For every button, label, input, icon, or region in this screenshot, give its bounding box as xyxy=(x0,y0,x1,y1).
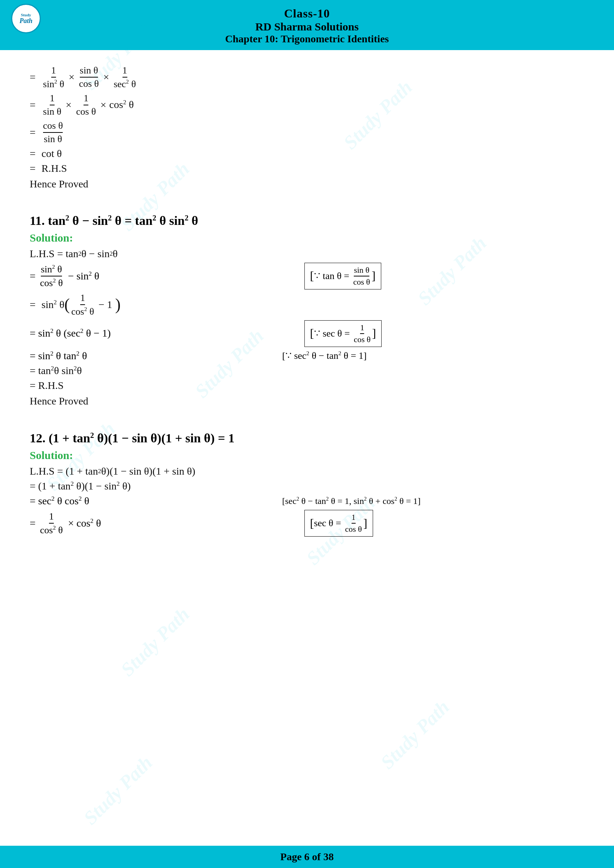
page-footer: Page 6 of 38 xyxy=(0,846,614,868)
watermark-8: Study Path xyxy=(116,603,194,680)
p12-line4-hint: [ sec θ = 1 cos θ ] xyxy=(282,510,584,536)
p11-line4-hint: [ ∵ sec θ = 1 cos θ ] xyxy=(282,320,584,347)
logo-text-main: Path xyxy=(19,17,32,25)
header-class: Class-10 xyxy=(0,7,614,20)
p12-line1: L.H.S = (1 + tan2 θ)(1 − sin θ)(1 + sin … xyxy=(30,465,584,477)
footer-text: Page 6 of 38 xyxy=(280,851,334,862)
problem11-solution-label: Solution: xyxy=(30,232,584,244)
problem12-title: 12. (1 + tan2 θ)(1 − sin θ)(1 + sin θ) =… xyxy=(30,431,584,445)
p10-line5: = R.H.S xyxy=(30,163,584,174)
frac-hint-1-cos-p12: 1 cos θ xyxy=(345,513,361,534)
watermark-9: Study Path xyxy=(377,696,454,773)
frac-hint-1-costheta: 1 cos θ xyxy=(354,323,371,344)
header-chapter: Chapter 10: Trigonometric Identities xyxy=(0,33,614,45)
problem11: 11. tan2 θ − sin2 θ = tan2 θ sin2 θ Solu… xyxy=(30,214,584,408)
p12-line2: = (1 + tan2 θ)(1 − sin2 θ) xyxy=(30,480,584,492)
p11-line2-left: = sin2 θ cos2 θ − sin2 θ xyxy=(30,264,282,288)
logo-text-top: Study xyxy=(21,12,31,17)
p11-line6: = tan2θ sin2θ xyxy=(30,365,584,377)
frac-sintheta-costheta: sin θ cos θ xyxy=(79,65,99,90)
p11-line3: = sin2 θ ( 1 cos2 θ − 1 ) xyxy=(30,293,584,317)
frac-hint-sintheta-costheta: sin θ cos θ xyxy=(354,265,370,287)
logo-circle: Study Path xyxy=(11,4,41,33)
p12-line4-left: = 1 cos2 θ × cos2 θ xyxy=(30,511,282,536)
p11-line2-hint: [ ∵ tan θ = sin θ cos θ ] xyxy=(282,263,584,290)
p11-hence: Hence Proved xyxy=(30,395,584,407)
frac-cos-sin: cos θ sin θ xyxy=(43,120,63,145)
p12-line3-row: = sec2 θ cos2 θ [sec2 θ − tan2 θ = 1, si… xyxy=(30,495,584,507)
p11-line2-row: = sin2 θ cos2 θ − sin2 θ [ ∵ tan θ = sin… xyxy=(30,263,584,290)
p12-line3-left: = sec2 θ cos2 θ xyxy=(30,495,282,507)
frac-1-sec2: 1 sec2 θ xyxy=(113,65,136,90)
p10-line4: = cot θ xyxy=(30,148,584,160)
problem11-title: 11. tan2 θ − sin2 θ = tan2 θ sin2 θ xyxy=(30,214,584,228)
frac-1-sin2: 1 sin2 θ xyxy=(43,65,64,90)
p11-line5-left: = sin2 θ tan2 θ xyxy=(30,350,282,362)
p10-line1: = 1 sin2 θ × sin θ cos θ × 1 sec2 θ xyxy=(30,65,584,90)
logo: Study Path xyxy=(8,4,45,33)
header-title: RD Sharma Solutions xyxy=(0,20,614,33)
hint-sec-cos-p12: [ sec θ = 1 cos θ ] xyxy=(304,510,373,536)
frac-1-cos: 1 cos θ xyxy=(76,93,96,117)
frac-1-cos2-p12: 1 cos2 θ xyxy=(40,511,63,536)
p10-hence: Hence Proved xyxy=(30,178,584,190)
main-content: = 1 sin2 θ × sin θ cos θ × 1 sec2 θ = xyxy=(0,50,614,562)
p11-line1: L.H.S = tan2θ − sin2θ xyxy=(30,248,584,260)
frac-sin2-cos2: sin2 θ cos2 θ xyxy=(40,264,63,288)
p10-line2: = 1 sin θ × 1 cos θ × cos2 θ xyxy=(30,93,584,117)
watermark-10: Study Path xyxy=(79,752,157,829)
p12-line3-hint: [sec2 θ − tan2 θ = 1, sin2 θ + cos2 θ = … xyxy=(282,496,584,506)
problem12: 12. (1 + tan2 θ)(1 − sin θ)(1 + sin θ) =… xyxy=(30,431,584,536)
p11-line5-hint: [∵ sec2 θ − tan2 θ = 1] xyxy=(282,350,584,361)
page-header: Study Path Class-10 RD Sharma Solutions … xyxy=(0,0,614,50)
hint-sec-def: [ ∵ sec θ = 1 cos θ ] xyxy=(304,320,381,347)
p11-line4-left: = sin2 θ (sec2 θ − 1) xyxy=(30,327,282,339)
p11-line4-row: = sin2 θ (sec2 θ − 1) [ ∵ sec θ = 1 cos … xyxy=(30,320,584,347)
problem12-solution-label: Solution: xyxy=(30,449,584,462)
p10-line3: = cos θ sin θ xyxy=(30,120,584,145)
hint-tan-def: [ ∵ tan θ = sin θ cos θ ] xyxy=(304,263,381,290)
p11-line5-row: = sin2 θ tan2 θ [∵ sec2 θ − tan2 θ = 1] xyxy=(30,350,584,362)
frac-1-sin: 1 sin θ xyxy=(43,93,61,117)
p11-line7: = R.H.S xyxy=(30,380,584,392)
frac-1-cos2-inner: 1 cos2 θ xyxy=(71,293,94,317)
p12-line4-row: = 1 cos2 θ × cos2 θ [ sec θ = 1 cos θ xyxy=(30,510,584,536)
problem10-continuation: = 1 sin2 θ × sin θ cos θ × 1 sec2 θ = xyxy=(30,65,584,190)
page: Study Path Study Path Study Path Study P… xyxy=(0,0,614,868)
